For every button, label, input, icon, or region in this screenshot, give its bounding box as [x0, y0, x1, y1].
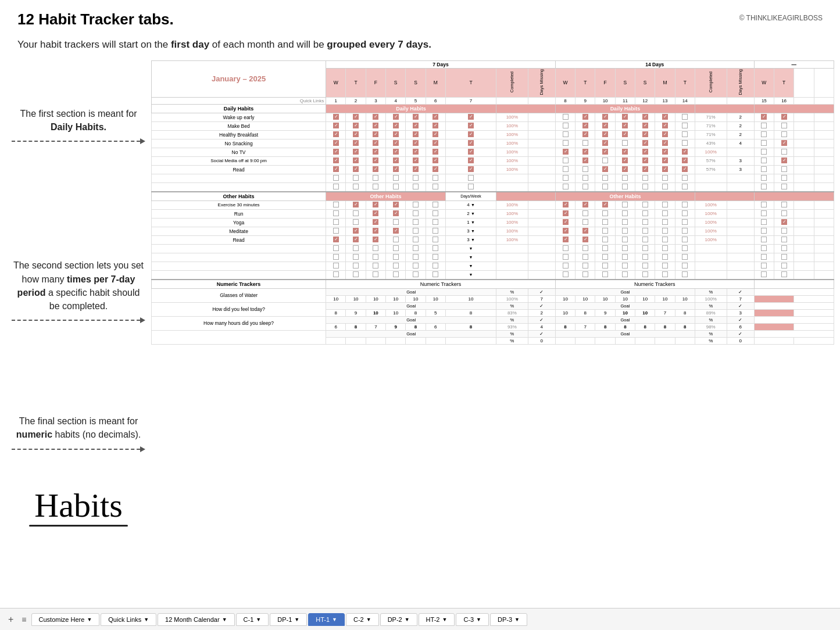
other-habits-group2: Other Habits — [555, 192, 695, 201]
day-letter-S3: S — [615, 69, 635, 98]
tab-c3[interactable]: C-3 ▼ — [456, 613, 489, 626]
habit-name-snacking: No Snacking — [152, 139, 326, 148]
numeric-label: Numeric Trackers — [152, 280, 326, 289]
label-daily-habits: The first section is meant for Daily Hab… — [12, 107, 145, 134]
tab-ht2-arrow: ▼ — [442, 617, 447, 622]
subtitle: Your habit trackers will start on the fi… — [0, 34, 840, 58]
tab-ht2-label: HT-2 — [426, 616, 440, 623]
habit-name-social: Social Media off at 9:00 pm — [152, 156, 326, 165]
tab-bar: + ≡ Customize Here ▼ Quick Links ▼ 12 Mo… — [0, 608, 840, 630]
day-letter-S1: S — [386, 69, 406, 98]
habit-row-read: Read 100% 57% 3 — [152, 165, 834, 174]
subtitle-text-start: Your habit trackers will start on the — [17, 39, 171, 50]
main-content: The first section is meant for Daily Hab… — [0, 58, 840, 527]
tab-customize-label: Customize Here — [39, 616, 85, 623]
tab-dp3[interactable]: DP-3 ▼ — [490, 613, 527, 626]
quick-links-cell[interactable]: Quick Links — [152, 97, 326, 104]
missing-header2: Days Missing — [727, 69, 754, 98]
tab-menu-button[interactable]: ≡ — [18, 615, 30, 624]
tracker-water-goal-label: Goal — [326, 288, 496, 295]
day-letter-T1: T — [346, 69, 366, 98]
tab-quicklinks[interactable]: Quick Links ▼ — [101, 613, 156, 626]
other-habit-meditate: Meditate — [152, 227, 326, 235]
other-habit-yoga: Yoga — [152, 218, 326, 227]
tracker-sleep-goal: How many hours did you sleep? Goal % ✓ G… — [152, 316, 834, 323]
day-numbers-row: Quick Links 1 2 3 4 5 6 7 8 9 10 11 12 1… — [152, 97, 834, 104]
tab-c3-arrow: ▼ — [476, 617, 481, 622]
tab-quicklinks-label: Quick Links — [108, 616, 141, 623]
habits-script-container: Habits — [12, 487, 145, 527]
other-habits-header-row: Other Habits Other Habits Days/Week Othe… — [152, 192, 834, 201]
day-letter-W2: W — [555, 69, 575, 98]
arrow-numeric — [12, 446, 145, 452]
other-row-run: Run 2 ▼ 100% 100% — [152, 209, 834, 218]
completed-header1: Completed — [496, 69, 528, 98]
habit-name-notv: No TV — [152, 148, 326, 156]
tab-dp2[interactable]: DP-2 ▼ — [380, 613, 417, 626]
tracker-empty-goal: Goal % ✓ Goal % ✓ — [152, 330, 834, 337]
day-letter-M2: M — [655, 69, 675, 98]
tracker-feel-name: How did you feel today? — [152, 302, 326, 316]
tab-dp3-label: DP-3 — [498, 616, 512, 623]
numeric-group2-label: Numeric Trackers — [555, 280, 754, 289]
day-letter-S2: S — [406, 69, 426, 98]
habit-row-makebed: Make Bed 100% 71% 2 — [152, 121, 834, 130]
tab-dp2-arrow: ▼ — [405, 617, 410, 622]
other-row-empty2: ▼ — [152, 253, 834, 262]
tab-dp1[interactable]: DP-1 ▼ — [270, 613, 307, 626]
day-letter-W1: W — [326, 69, 346, 98]
tab-calendar[interactable]: 12 Month Calendar ▼ — [158, 613, 234, 626]
tab-ht1[interactable]: HT-1 ▼ — [308, 613, 345, 626]
left-labels: The first section is meant for Daily Hab… — [12, 58, 145, 527]
group3-header: — — [754, 61, 834, 69]
tracker-water-name: Glasses of Water — [152, 288, 326, 302]
day-letter-T2: T — [445, 69, 496, 98]
day-letter-F1: F — [366, 69, 385, 98]
other-row-meditate: Meditate 3 ▼ 100% 100% — [152, 227, 834, 235]
other-habit-exercise: Exercise 30 minutes — [152, 201, 326, 209]
other-habit-read: Read — [152, 235, 326, 244]
label-numeric: The final section is meant for numeric h… — [12, 414, 145, 441]
numeric-header-row: Numeric Trackers Numeric Trackers Numeri… — [152, 280, 834, 289]
label-other-habits: The second section lets you set how many… — [12, 259, 145, 313]
subtitle-bold1: first day — [171, 39, 209, 50]
habits-underline — [29, 525, 128, 527]
day-letter-T4: T — [675, 69, 695, 98]
other-row-empty1: ▼ — [152, 244, 834, 253]
day-letter-T3: T — [576, 69, 595, 98]
tab-dp1-arrow: ▼ — [294, 617, 299, 622]
tab-quicklinks-arrow: ▼ — [144, 617, 149, 622]
habit-row-snacking: No Snacking 100% 43% 4 — [152, 139, 834, 148]
arrow-daily — [12, 138, 145, 144]
other-row-empty4: ▼ — [152, 270, 834, 280]
daily-habits-header-row: Daily Habits Daily Habits Daily Habits — [152, 104, 834, 113]
habit-row-empty2 — [152, 182, 834, 192]
tab-c1-arrow: ▼ — [256, 617, 261, 622]
numeric-group1-label: Numeric Trackers — [326, 280, 556, 289]
tab-calendar-arrow: ▼ — [222, 617, 227, 622]
tab-customize[interactable]: Customize Here ▼ — [31, 613, 100, 626]
tab-c3-label: C-3 — [463, 616, 474, 623]
subtitle-text-mid: of each month and will be — [212, 39, 327, 50]
tab-c1-label: C-1 — [244, 616, 254, 623]
days-week-label: Days/Week — [445, 192, 496, 201]
tab-c2-arrow: ▼ — [366, 617, 371, 622]
tracker-feel-goal: How did you feel today? Goal % ✓ Goal % … — [152, 302, 834, 309]
other-habits-group1: Other Habits — [326, 192, 446, 201]
tab-add-button[interactable]: + — [5, 614, 17, 625]
subtitle-bold2: grouped every 7 days. — [327, 39, 431, 50]
completed-header2: Completed — [695, 69, 727, 98]
tab-dp2-label: DP-2 — [388, 616, 402, 623]
tab-c1[interactable]: C-1 ▼ — [236, 613, 269, 626]
tab-c2[interactable]: C-2 ▼ — [346, 613, 379, 626]
day-letter-T5: T — [774, 69, 793, 98]
habit-row-empty1 — [152, 174, 834, 182]
header: 12 Habit Tracker tabs. © THINKLIKEAGIRLB… — [0, 0, 840, 34]
header-copyright: © THINKLIKEAGIRLBOSS — [739, 14, 823, 22]
tab-ht2[interactable]: HT-2 ▼ — [419, 613, 455, 626]
tracker-water-goal: Glasses of Water Goal % ✓ Goal % ✓ — [152, 288, 834, 295]
tab-c2-label: C-2 — [353, 616, 364, 623]
habit-row-breakfast: Healthy Breakfast 100% 71% 2 — [152, 130, 834, 139]
header-row-1: January – 2025 7 Days 14 Days — — [152, 61, 834, 69]
spreadsheet-table: January – 2025 7 Days 14 Days — W T F S … — [151, 60, 834, 345]
